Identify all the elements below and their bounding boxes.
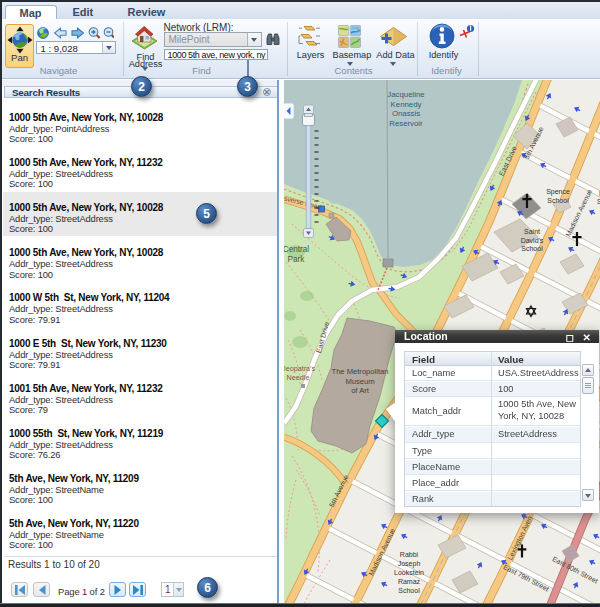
svg-text:of Art: of Art <box>351 386 370 395</box>
svg-text:Needle: Needle <box>287 373 310 382</box>
svg-text:Reservoir: Reservoir <box>389 119 423 128</box>
svg-text:School: School <box>547 197 569 204</box>
svg-text:Ramaz: Ramaz <box>398 578 421 585</box>
svg-text:Joseph: Joseph <box>398 560 421 568</box>
svg-text:Rabbi: Rabbi <box>400 551 419 558</box>
svg-text:Jacqueline: Jacqueline <box>387 90 424 99</box>
svg-text:Lookstein: Lookstein <box>394 569 424 576</box>
svg-text:Museum: Museum <box>345 377 374 386</box>
svg-text:Park: Park <box>288 255 306 264</box>
svg-text:David's: David's <box>521 237 544 244</box>
svg-text:Kennedy: Kennedy <box>391 100 422 109</box>
svg-text:Spence: Spence <box>546 188 570 196</box>
svg-text:Cleopatra's: Cleopatra's <box>284 364 315 373</box>
svg-text:School: School <box>521 245 543 252</box>
svg-text:Saint: Saint <box>524 228 540 235</box>
svg-text:Central: Central <box>284 245 309 254</box>
svg-text:The Metropolitan: The Metropolitan <box>332 367 389 376</box>
svg-text:School: School <box>398 587 420 594</box>
svg-text:Onassis: Onassis <box>392 109 420 118</box>
